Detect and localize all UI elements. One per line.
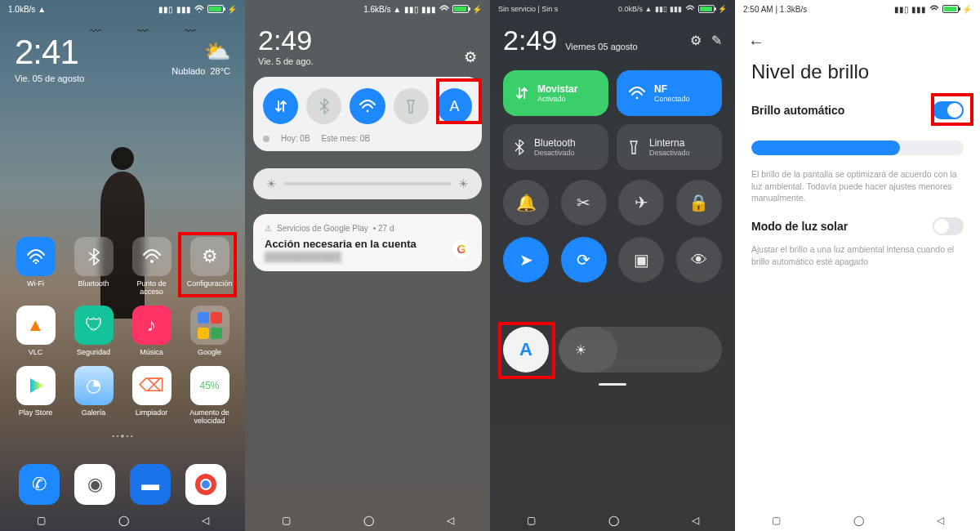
nav-recent[interactable]: ▢ [282,515,291,526]
cc-brightness-slider[interactable]: ☀ [559,327,722,373]
flashlight-icon [628,139,639,155]
cc-header: 2:49 Viernes 05 agosto ⚙ ✎ [503,25,722,56]
cc-mute[interactable]: 🔔 [503,180,549,225]
wifi-icon [194,5,204,13]
brightness-slider[interactable]: ☀ ☀ [253,168,482,199]
gallery-icon: ◔ [74,366,114,405]
cone-icon: ▲ [16,306,56,345]
drag-handle[interactable] [599,383,626,386]
status-bar: 1.6kB/s ▲ ▮▮▯ ▮▮▮ ⚡ [245,0,490,18]
panel-control-center: Sin servicio | Sin s 0.0kB/s ▲ ▮▮▯ ▮▮▮ ⚡… [490,0,735,531]
battery-icon [452,5,469,13]
status-bar: 1.0kB/s ▲ ▮▮▯ ▮▮▮ ⚡ [0,0,245,18]
status-bar: Sin servicio | Sin s 0.0kB/s ▲ ▮▮▯ ▮▮▮ ⚡ [490,0,735,18]
nav-back[interactable]: ◁ [937,515,944,526]
battery-icon [698,5,715,13]
clock-widget[interactable]: 2:41 Vie. 05 de agosto [15,33,84,83]
dock-chrome[interactable] [185,464,226,505]
dock-messages[interactable]: ▬ [130,464,171,505]
nav-home[interactable]: ◯ [608,515,619,526]
app-bluetooth[interactable]: Bluetooth [68,237,119,296]
app-music[interactable]: ♪Música [126,306,177,356]
toggle-auto-brightness[interactable] [933,101,964,119]
cc-airplane[interactable]: ✈ [618,180,664,225]
qs-bluetooth-toggle[interactable] [306,88,341,124]
qs-data-toggle[interactable] [263,88,298,124]
cc-rotation-lock[interactable]: ⟳ [561,237,607,283]
cc-edit-icon[interactable]: ✎ [711,33,722,48]
nav-home[interactable]: ◯ [853,515,864,526]
quick-settings-card: A Hoy: 0B Este mes: 0B [253,77,482,151]
cc-lock[interactable]: 🔒 [676,180,722,225]
charging-icon: ⚡ [718,5,727,13]
cc-auto-brightness[interactable]: A [503,327,549,373]
cc-screenshot[interactable]: ✂ [561,180,607,225]
svg-point-4 [367,110,369,113]
app-boost[interactable]: 45%Aumento de velocidad [184,366,235,425]
flashlight-icon [405,98,416,114]
auto-a-icon: A [519,339,532,360]
nav-recent[interactable]: ▢ [527,515,536,526]
qs-wifi-toggle[interactable] [350,88,385,124]
nav-home[interactable]: ◯ [118,515,129,526]
weather-widget[interactable]: ⛅ Nublado 28°C [172,39,230,76]
nav-bar: ▢ ◯ ◁ [490,510,735,531]
tile-bluetooth[interactable]: BluetoothDesactivado [503,124,608,170]
nav-back[interactable]: ◁ [202,515,209,526]
app-cleaner[interactable]: ⌫Limpiador [126,366,177,425]
brightness-level-slider[interactable] [751,141,964,155]
data-usage-row[interactable]: Hoy: 0B Este mes: 0B [263,134,472,143]
panel-brightness-settings: 2:50 AM | 1.3kB/s ▮▮▯ ▮▮▮ ⚡ ← Nivel de b… [735,0,980,531]
app-vlc[interactable]: ▲VLC [10,306,61,356]
app-hotspot[interactable]: Punto de acceso [126,237,177,296]
bluetooth-icon [514,139,524,155]
folder-icon [190,306,229,345]
nav-home[interactable]: ◯ [363,515,374,526]
desc-auto-brightness: El brillo de la pantalla se optimizará d… [751,168,964,204]
nav-back[interactable]: ◁ [447,515,454,526]
nav-recent[interactable]: ▢ [37,515,46,526]
app-grid: Wi-Fi Bluetooth Punto de acceso ⚙Configu… [0,237,245,425]
toggle-sunlight-mode[interactable] [933,217,964,235]
qs-auto-brightness-toggle[interactable]: A [437,88,472,124]
tile-flashlight[interactable]: LinternaDesactivado [617,124,722,170]
dock-camera[interactable]: ◉ [74,464,115,505]
charging-icon: ⚡ [227,5,237,14]
wifi-icon [439,5,449,13]
nav-back[interactable]: ◁ [692,515,699,526]
status-time-net: 2:50 AM | 1.3kB/s [743,5,807,14]
app-security[interactable]: 🛡Seguridad [68,306,119,356]
back-button[interactable]: ← [748,33,764,51]
weather-text: Nublado 28°C [172,66,230,76]
notification-card[interactable]: ⚠ Servicios de Google Play • 27 d Acción… [253,214,482,271]
cc-scan[interactable]: ▣ [618,237,664,283]
row-sunlight-mode[interactable]: Modo de luz solar [751,217,964,235]
page-title: Nivel de brillo [751,60,869,83]
usage-month: Este mes: 0B [322,134,370,143]
cc-reading-mode[interactable]: 👁 [676,237,722,283]
app-google-folder[interactable]: Google [184,306,235,356]
settings-gear-icon[interactable]: ⚙ [464,48,477,66]
play-icon [16,366,56,405]
cc-settings-icon[interactable]: ⚙ [690,33,702,48]
sun-icon: ☀ [266,177,277,190]
wifi-icon [685,5,695,13]
row-auto-brightness[interactable]: Brillo automático [751,101,964,119]
usage-dot-icon [263,136,270,142]
wifi-icon [628,86,646,100]
nav-recent[interactable]: ▢ [772,515,781,526]
signal-icon: ▮▮▯ ▮▮▮ [655,5,682,13]
shade-header: 2:49 Vie. 5 de ago. ⚙ [245,18,490,73]
tile-mobile-data[interactable]: MovistarActivado [503,70,608,116]
app-playstore[interactable]: Play Store [10,366,61,425]
warning-icon: ⚠ [265,224,272,233]
app-wifi[interactable]: Wi-Fi [10,237,61,296]
label-auto-brightness: Brillo automático [751,104,844,117]
tile-wifi[interactable]: NFConectado [617,70,722,116]
google-g-icon: G [452,240,470,258]
dock-phone[interactable]: ✆ [19,464,60,505]
cc-location[interactable]: ➤ [503,237,549,283]
app-gallery[interactable]: ◔Galería [68,366,119,425]
qs-flashlight-toggle[interactable] [394,88,429,124]
app-settings[interactable]: ⚙Configuración [184,237,235,296]
